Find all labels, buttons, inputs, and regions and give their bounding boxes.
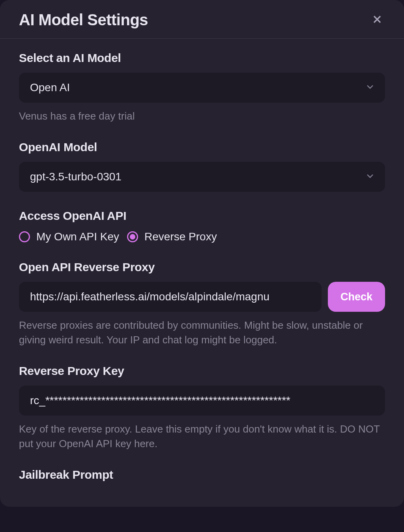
select-model-label: Select an AI Model — [19, 51, 385, 65]
reverse-proxy-key-input[interactable] — [19, 386, 385, 416]
openai-model-dropdown[interactable]: gpt-3.5-turbo-0301 — [19, 162, 385, 192]
reverse-proxy-input[interactable] — [19, 282, 322, 312]
radio-icon — [19, 231, 30, 242]
radio-reverse-proxy[interactable]: Reverse Proxy — [127, 230, 217, 243]
reverse-proxy-key-label: Reverse Proxy Key — [19, 364, 385, 378]
settings-modal: AI Model Settings Select an AI Model Ope… — [0, 0, 404, 507]
access-api-section: Access OpenAI API My Own API Key Reverse… — [19, 209, 385, 243]
check-button[interactable]: Check — [328, 282, 385, 312]
access-api-radio-group: My Own API Key Reverse Proxy — [19, 230, 385, 243]
reverse-proxy-label: Open API Reverse Proxy — [19, 260, 385, 274]
openai-model-section: OpenAI Model gpt-3.5-turbo-0301 — [19, 140, 385, 192]
access-api-label: Access OpenAI API — [19, 209, 385, 223]
radio-reverse-proxy-label: Reverse Proxy — [144, 230, 217, 243]
reverse-proxy-row: Check — [19, 282, 385, 312]
modal-body: Select an AI Model Open AI Venus has a f… — [0, 39, 404, 507]
reverse-proxy-help: Reverse proxies are contributed by commu… — [19, 318, 385, 347]
select-model-section: Select an AI Model Open AI Venus has a f… — [19, 51, 385, 123]
radio-own-key[interactable]: My Own API Key — [19, 230, 119, 243]
openai-model-wrapper: gpt-3.5-turbo-0301 — [19, 162, 385, 192]
radio-own-key-label: My Own API Key — [36, 230, 119, 243]
modal-header: AI Model Settings — [0, 0, 404, 39]
jailbreak-label: Jailbreak Prompt — [19, 468, 385, 481]
jailbreak-section: Jailbreak Prompt — [19, 468, 385, 481]
openai-model-label: OpenAI Model — [19, 140, 385, 154]
radio-icon — [127, 231, 138, 242]
reverse-proxy-section: Open API Reverse Proxy Check Reverse pro… — [19, 260, 385, 347]
reverse-proxy-key-help: Key of the reverse proxy. Leave this emp… — [19, 422, 385, 451]
close-button[interactable] — [369, 12, 385, 28]
select-model-dropdown[interactable]: Open AI — [19, 73, 385, 103]
modal-title: AI Model Settings — [19, 11, 148, 29]
select-model-wrapper: Open AI — [19, 73, 385, 103]
select-model-help: Venus has a free day trial — [19, 109, 385, 123]
reverse-proxy-key-section: Reverse Proxy Key Key of the reverse pro… — [19, 364, 385, 451]
close-icon — [371, 13, 383, 27]
